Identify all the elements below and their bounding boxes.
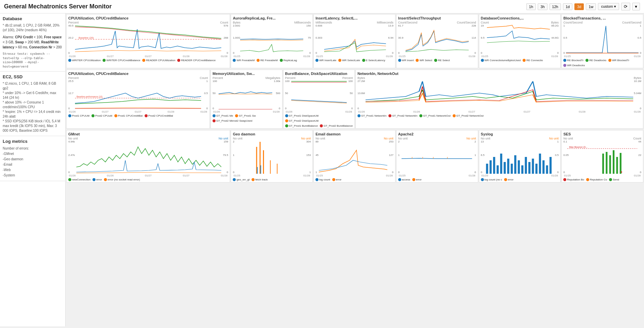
time-btn-1d[interactable]: 1d	[563, 3, 572, 10]
ses-x-labels: 01/2501/28	[563, 174, 641, 177]
svg-text:Baseline (20): Baseline (20)	[79, 36, 94, 39]
apache-legend: access error	[398, 178, 476, 181]
svg-rect-26	[525, 157, 527, 174]
sidebar: Database * db.t2.small, 1 CPU, 2 GB RAM,…	[0, 13, 66, 326]
memory-axes: Percent Megabytes	[213, 76, 280, 80]
settings-button[interactable]: ▾	[632, 3, 640, 10]
cpu-chart-svg: Baseline (20)	[75, 24, 221, 54]
svg-rect-19	[500, 154, 502, 174]
svg-text:Max Bounce (0...: Max Bounce (0...	[569, 146, 588, 149]
aurora-svg	[240, 24, 303, 54]
email-svg	[319, 140, 387, 174]
chart-apache2: Apache2 No unit No unit 2 2 1 1 0 0	[396, 130, 478, 182]
blocked-tx-axes: Count/Second Count/Second	[563, 21, 641, 24]
geo-title: Geo daemon	[233, 132, 311, 136]
chart-insert-latency: InsertLatency, SelectL... Milliseconds M…	[313, 14, 395, 68]
svg-rect-24	[518, 160, 520, 174]
email-x-labels: 01/2501/28	[315, 174, 393, 177]
svg-rect-41	[620, 153, 621, 174]
main-layout: Database * db.t2.small, 1 CPU, 2 GB RAM,…	[0, 13, 644, 326]
gmnet-x-labels: 01/2601/2601/2701/2701/28	[68, 174, 228, 177]
email-legend: log count error	[315, 178, 393, 181]
syslog-x-labels: 01/2501/28	[481, 174, 559, 177]
svg-rect-27	[528, 162, 530, 174]
aurora-x-labels: 01/2501/28	[233, 55, 311, 58]
gmnet-axes: No unit No unit	[68, 137, 228, 140]
chart-memory: MemoryUtilization, Sw... Percent Megabyt…	[211, 70, 282, 129]
svg-rect-32	[546, 165, 548, 174]
time-controls: 1h 3h 12h 1d 3d 1w custom ▾ ⟳ ▾	[526, 3, 640, 10]
chart-blocked-tx: BlockedTransactions, ... Count/Second Co…	[561, 14, 643, 68]
ec2-cpu-area: 25.5 1 12.7 0.5 0 0 Baseline performance…	[68, 80, 208, 110]
throughput-x-labels: 01/2501/28	[398, 55, 476, 58]
chart-email-daemon: Email daemon No unit No unit 89 253 45 1…	[313, 130, 395, 182]
apache-axes: No unit No unit	[398, 137, 476, 140]
content-area: CPUUtilization, CPUCreditBalance Percent…	[66, 13, 644, 326]
insert-legend: WR InsertLate WR SelectLate E SelectLate…	[315, 59, 393, 62]
svg-rect-31	[542, 160, 544, 174]
chart-ec2-cpu: CPUUtilization, CPUCreditBalance Percent…	[66, 70, 210, 129]
svg-rect-21	[507, 159, 509, 174]
db-conn-legend: WR ConnectiolumeBytesUsed RE Connectio	[481, 59, 559, 62]
time-btn-3d[interactable]: 3d	[574, 3, 584, 10]
sidebar-log-title: Log metrics	[3, 139, 63, 144]
time-btn-1w[interactable]: 1w	[586, 3, 596, 10]
syslog-axes: No unit No unit	[481, 137, 559, 140]
memory-svg	[219, 80, 272, 110]
time-btn-custom[interactable]: custom ▾	[598, 3, 619, 10]
page-title: General Mechatronics Server Monitor	[4, 3, 112, 10]
throughput-svg	[406, 24, 469, 54]
ec2-cpu-legend: Prod1 CPUUtil Prod2 CPUutil Prod1 CPUCre…	[68, 114, 208, 117]
memory-title: MemoryUtilization, Sw...	[213, 72, 280, 76]
ses-title: SES	[563, 132, 641, 136]
network-axes: Bytes Bytes	[357, 76, 641, 80]
sidebar-log-info: Number of errors: -GMnet -Geo daemon -Em…	[3, 146, 63, 178]
time-btn-12h[interactable]: 12h	[550, 3, 561, 10]
insert-svg	[324, 24, 386, 54]
memory-legend: GT_Prod1 Me GT_Prod1 Sw GT_Prod2 Merod2 …	[213, 114, 280, 122]
geo-x-labels: 01/2501/28	[233, 174, 311, 177]
throughput-area: 61.7 228 30.9 114 0 0	[398, 24, 476, 54]
sidebar-ec2-title: EC2, SSD	[3, 74, 63, 79]
ses-axes: No unit Count	[563, 137, 641, 140]
ses-area: 0.1 44 0.05 22 0 0 Max Bounce (0...	[563, 140, 641, 174]
aurora-legend: WR FreeableM RE FreeableM ReplicaLag	[233, 59, 311, 62]
blocked-tx-x-labels: 01/2501/28	[563, 55, 641, 58]
throughput-title: Insert/SelectThroughput	[398, 16, 476, 20]
svg-rect-38	[609, 155, 611, 174]
legend-dot-writer-credit	[103, 59, 106, 62]
sidebar-database-title: Database	[3, 16, 63, 21]
burst-disk-x-labels: 01/2601/28	[285, 110, 353, 113]
geo-legend: geo_err_gt fetch track	[233, 178, 311, 181]
apache-title: Apache2	[398, 132, 476, 136]
time-btn-3h[interactable]: 3h	[538, 3, 547, 10]
aurora-title: AuroraReplicaLag, Fre...	[233, 16, 311, 20]
svg-rect-30	[539, 154, 541, 174]
ses-svg: Max Bounce (0...	[567, 140, 637, 174]
db-conn-svg	[487, 24, 550, 54]
throughput-axes: Count/Second Count/Second	[398, 21, 476, 24]
chart-cpu-title: CPUUtilization, CPUCreditBalance	[68, 16, 228, 20]
sidebar-section-ec2: EC2, SSD * t2.micro, 1 CPU, 1 GB RAM, 8 …	[0, 72, 65, 136]
memory-x-labels: 01/2601/28	[213, 110, 280, 113]
insert-latency-title: InsertLatency, SelectL...	[315, 16, 393, 20]
header: General Mechatronics Server Monitor 1h 3…	[0, 0, 644, 13]
svg-rect-29	[535, 164, 537, 174]
refresh-button[interactable]: ⟳	[621, 3, 630, 10]
burst-disk-legend: GT_Prod1 DiskSpaceUtil GT_Prod2 DiskSpac…	[285, 114, 353, 127]
cpu-left-axis: Percent	[68, 21, 79, 24]
svg-rect-37	[606, 152, 608, 174]
chart-throughput: Insert/SelectThroughput Count/Second Cou…	[396, 14, 478, 68]
apache-svg	[402, 140, 472, 174]
cpu-legend: WRITER CPUUtilization WRITER CPUCreditBa…	[68, 59, 228, 62]
svg-rect-33	[550, 157, 552, 174]
svg-rect-23	[514, 155, 516, 174]
time-btn-1h[interactable]: 1h	[526, 3, 536, 10]
svg-rect-39	[613, 150, 614, 174]
chart-db-connections: DatabaseConnections,... Count Bytes 19 8…	[479, 14, 561, 68]
sidebar-section-database: Database * db.t2.small, 1 CPU, 2 GB RAM,…	[0, 13, 65, 72]
burst-disk-title: BurstBalance, DiskSpaceUtilization	[285, 72, 353, 76]
chart-gmnet: GMnet No unit No unit 4.94k 159 2.47k 79…	[66, 130, 230, 182]
cpu-ymin-right: 0	[227, 51, 228, 54]
throughput-legend: WR Insert WR Select RE Select	[398, 59, 476, 62]
